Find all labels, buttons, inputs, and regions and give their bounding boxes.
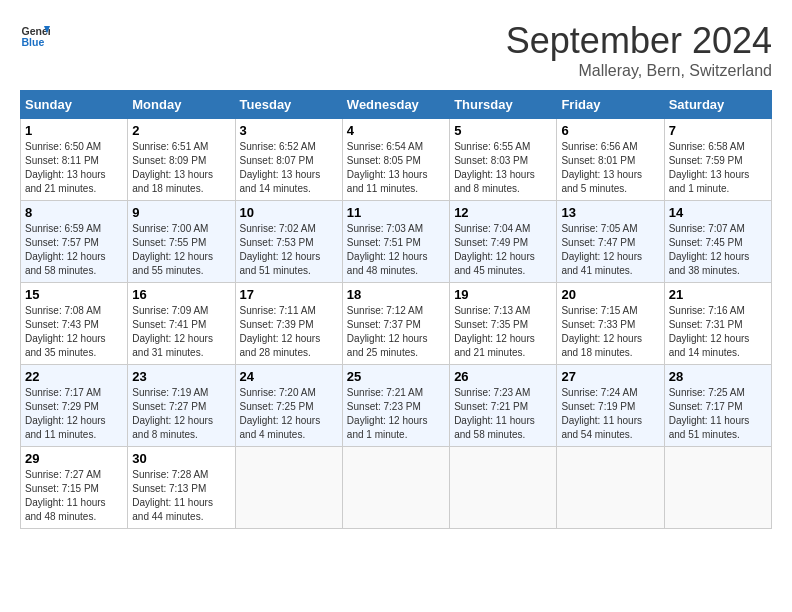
weekday-header-row: SundayMondayTuesdayWednesdayThursdayFrid… <box>21 91 772 119</box>
day-number: 11 <box>347 205 445 220</box>
calendar-week-2: 15Sunrise: 7:08 AM Sunset: 7:43 PM Dayli… <box>21 283 772 365</box>
calendar-cell: 10Sunrise: 7:02 AM Sunset: 7:53 PM Dayli… <box>235 201 342 283</box>
calendar-cell: 20Sunrise: 7:15 AM Sunset: 7:33 PM Dayli… <box>557 283 664 365</box>
calendar-cell: 15Sunrise: 7:08 AM Sunset: 7:43 PM Dayli… <box>21 283 128 365</box>
day-number: 10 <box>240 205 338 220</box>
page-header: General Blue September 2024 Malleray, Be… <box>20 20 772 80</box>
calendar-week-3: 22Sunrise: 7:17 AM Sunset: 7:29 PM Dayli… <box>21 365 772 447</box>
day-number: 27 <box>561 369 659 384</box>
day-detail: Sunrise: 6:51 AM Sunset: 8:09 PM Dayligh… <box>132 140 230 196</box>
day-detail: Sunrise: 6:50 AM Sunset: 8:11 PM Dayligh… <box>25 140 123 196</box>
day-number: 21 <box>669 287 767 302</box>
day-number: 28 <box>669 369 767 384</box>
day-number: 6 <box>561 123 659 138</box>
logo-icon: General Blue <box>20 20 50 50</box>
day-detail: Sunrise: 7:24 AM Sunset: 7:19 PM Dayligh… <box>561 386 659 442</box>
day-detail: Sunrise: 7:09 AM Sunset: 7:41 PM Dayligh… <box>132 304 230 360</box>
weekday-header-monday: Monday <box>128 91 235 119</box>
day-number: 4 <box>347 123 445 138</box>
calendar-cell <box>342 447 449 529</box>
day-number: 9 <box>132 205 230 220</box>
day-number: 19 <box>454 287 552 302</box>
calendar-cell: 27Sunrise: 7:24 AM Sunset: 7:19 PM Dayli… <box>557 365 664 447</box>
day-detail: Sunrise: 7:19 AM Sunset: 7:27 PM Dayligh… <box>132 386 230 442</box>
day-detail: Sunrise: 7:16 AM Sunset: 7:31 PM Dayligh… <box>669 304 767 360</box>
calendar-cell: 16Sunrise: 7:09 AM Sunset: 7:41 PM Dayli… <box>128 283 235 365</box>
day-detail: Sunrise: 7:15 AM Sunset: 7:33 PM Dayligh… <box>561 304 659 360</box>
day-number: 12 <box>454 205 552 220</box>
calendar-cell: 22Sunrise: 7:17 AM Sunset: 7:29 PM Dayli… <box>21 365 128 447</box>
weekday-header-friday: Friday <box>557 91 664 119</box>
calendar-table: SundayMondayTuesdayWednesdayThursdayFrid… <box>20 90 772 529</box>
day-detail: Sunrise: 7:23 AM Sunset: 7:21 PM Dayligh… <box>454 386 552 442</box>
calendar-cell: 6Sunrise: 6:56 AM Sunset: 8:01 PM Daylig… <box>557 119 664 201</box>
weekday-header-sunday: Sunday <box>21 91 128 119</box>
day-detail: Sunrise: 7:00 AM Sunset: 7:55 PM Dayligh… <box>132 222 230 278</box>
day-detail: Sunrise: 7:03 AM Sunset: 7:51 PM Dayligh… <box>347 222 445 278</box>
day-detail: Sunrise: 6:52 AM Sunset: 8:07 PM Dayligh… <box>240 140 338 196</box>
day-detail: Sunrise: 6:55 AM Sunset: 8:03 PM Dayligh… <box>454 140 552 196</box>
logo: General Blue <box>20 20 50 50</box>
calendar-cell: 17Sunrise: 7:11 AM Sunset: 7:39 PM Dayli… <box>235 283 342 365</box>
calendar-cell: 5Sunrise: 6:55 AM Sunset: 8:03 PM Daylig… <box>450 119 557 201</box>
calendar-cell: 12Sunrise: 7:04 AM Sunset: 7:49 PM Dayli… <box>450 201 557 283</box>
day-number: 22 <box>25 369 123 384</box>
calendar-week-4: 29Sunrise: 7:27 AM Sunset: 7:15 PM Dayli… <box>21 447 772 529</box>
day-number: 3 <box>240 123 338 138</box>
calendar-cell: 26Sunrise: 7:23 AM Sunset: 7:21 PM Dayli… <box>450 365 557 447</box>
svg-text:Blue: Blue <box>22 36 45 48</box>
day-number: 7 <box>669 123 767 138</box>
calendar-cell: 19Sunrise: 7:13 AM Sunset: 7:35 PM Dayli… <box>450 283 557 365</box>
calendar-cell: 23Sunrise: 7:19 AM Sunset: 7:27 PM Dayli… <box>128 365 235 447</box>
day-detail: Sunrise: 6:54 AM Sunset: 8:05 PM Dayligh… <box>347 140 445 196</box>
day-number: 29 <box>25 451 123 466</box>
day-number: 20 <box>561 287 659 302</box>
weekday-header-thursday: Thursday <box>450 91 557 119</box>
calendar-cell: 11Sunrise: 7:03 AM Sunset: 7:51 PM Dayli… <box>342 201 449 283</box>
calendar-cell: 2Sunrise: 6:51 AM Sunset: 8:09 PM Daylig… <box>128 119 235 201</box>
day-number: 24 <box>240 369 338 384</box>
day-detail: Sunrise: 7:27 AM Sunset: 7:15 PM Dayligh… <box>25 468 123 524</box>
calendar-cell: 3Sunrise: 6:52 AM Sunset: 8:07 PM Daylig… <box>235 119 342 201</box>
day-number: 16 <box>132 287 230 302</box>
calendar-cell: 28Sunrise: 7:25 AM Sunset: 7:17 PM Dayli… <box>664 365 771 447</box>
calendar-cell: 29Sunrise: 7:27 AM Sunset: 7:15 PM Dayli… <box>21 447 128 529</box>
calendar-cell <box>450 447 557 529</box>
day-detail: Sunrise: 7:11 AM Sunset: 7:39 PM Dayligh… <box>240 304 338 360</box>
day-detail: Sunrise: 7:17 AM Sunset: 7:29 PM Dayligh… <box>25 386 123 442</box>
day-detail: Sunrise: 7:13 AM Sunset: 7:35 PM Dayligh… <box>454 304 552 360</box>
location-title: Malleray, Bern, Switzerland <box>506 62 772 80</box>
weekday-header-tuesday: Tuesday <box>235 91 342 119</box>
calendar-cell: 30Sunrise: 7:28 AM Sunset: 7:13 PM Dayli… <box>128 447 235 529</box>
day-detail: Sunrise: 7:04 AM Sunset: 7:49 PM Dayligh… <box>454 222 552 278</box>
day-number: 8 <box>25 205 123 220</box>
title-area: September 2024 Malleray, Bern, Switzerla… <box>506 20 772 80</box>
day-number: 2 <box>132 123 230 138</box>
calendar-cell: 21Sunrise: 7:16 AM Sunset: 7:31 PM Dayli… <box>664 283 771 365</box>
day-number: 18 <box>347 287 445 302</box>
day-number: 13 <box>561 205 659 220</box>
calendar-cell: 1Sunrise: 6:50 AM Sunset: 8:11 PM Daylig… <box>21 119 128 201</box>
day-detail: Sunrise: 7:28 AM Sunset: 7:13 PM Dayligh… <box>132 468 230 524</box>
day-number: 23 <box>132 369 230 384</box>
day-detail: Sunrise: 7:20 AM Sunset: 7:25 PM Dayligh… <box>240 386 338 442</box>
day-detail: Sunrise: 7:07 AM Sunset: 7:45 PM Dayligh… <box>669 222 767 278</box>
day-detail: Sunrise: 7:25 AM Sunset: 7:17 PM Dayligh… <box>669 386 767 442</box>
day-number: 26 <box>454 369 552 384</box>
calendar-cell: 13Sunrise: 7:05 AM Sunset: 7:47 PM Dayli… <box>557 201 664 283</box>
weekday-header-wednesday: Wednesday <box>342 91 449 119</box>
calendar-cell <box>664 447 771 529</box>
day-detail: Sunrise: 7:08 AM Sunset: 7:43 PM Dayligh… <box>25 304 123 360</box>
day-number: 30 <box>132 451 230 466</box>
calendar-cell: 24Sunrise: 7:20 AM Sunset: 7:25 PM Dayli… <box>235 365 342 447</box>
calendar-week-1: 8Sunrise: 6:59 AM Sunset: 7:57 PM Daylig… <box>21 201 772 283</box>
calendar-cell: 9Sunrise: 7:00 AM Sunset: 7:55 PM Daylig… <box>128 201 235 283</box>
day-number: 14 <box>669 205 767 220</box>
calendar-cell: 18Sunrise: 7:12 AM Sunset: 7:37 PM Dayli… <box>342 283 449 365</box>
day-detail: Sunrise: 7:21 AM Sunset: 7:23 PM Dayligh… <box>347 386 445 442</box>
calendar-week-0: 1Sunrise: 6:50 AM Sunset: 8:11 PM Daylig… <box>21 119 772 201</box>
month-title: September 2024 <box>506 20 772 62</box>
day-detail: Sunrise: 6:56 AM Sunset: 8:01 PM Dayligh… <box>561 140 659 196</box>
day-number: 5 <box>454 123 552 138</box>
calendar-cell: 8Sunrise: 6:59 AM Sunset: 7:57 PM Daylig… <box>21 201 128 283</box>
